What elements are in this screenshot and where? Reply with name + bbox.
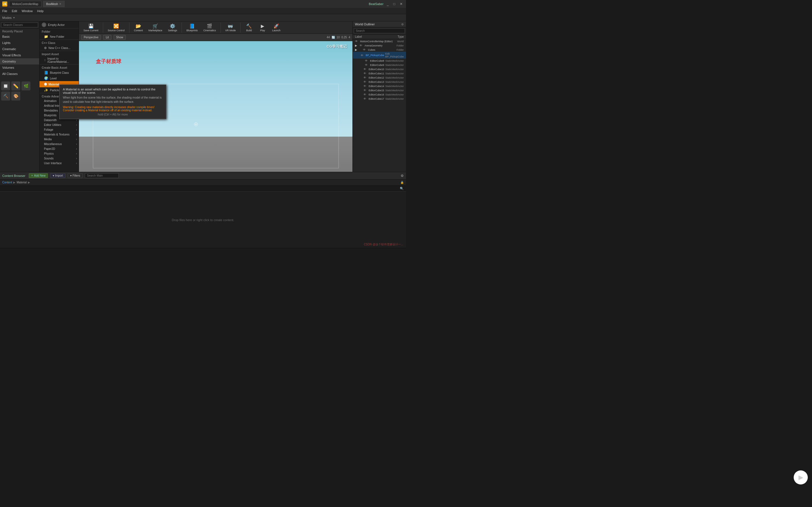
num-camera: 4 bbox=[349, 36, 350, 39]
outliner-cube15[interactable]: 👁 EditorCube15 StaticMeshActor bbox=[353, 88, 406, 93]
blueprint-class-item[interactable]: 📘 Blueprint Class bbox=[40, 70, 79, 75]
level-label: Level bbox=[50, 77, 57, 80]
close-tab-icon[interactable]: ✕ bbox=[59, 3, 61, 5]
vr-mode-button[interactable]: 🥽 VR Mode bbox=[223, 23, 238, 33]
bottom-panel-header: Content Browser + Add New ▾ Import ▾ Fil… bbox=[0, 172, 406, 179]
nav-all-classes[interactable]: All Classes bbox=[0, 71, 39, 77]
breadcrumb-sep: ▶ bbox=[13, 181, 15, 184]
class-empty-actor[interactable]: ○ Empty Actor bbox=[40, 21, 79, 28]
level-item[interactable]: 🌍 Level bbox=[40, 75, 79, 81]
editor-utils-item[interactable]: Editor Utilities › bbox=[40, 122, 79, 127]
nav-cinematic-label: Cinematic bbox=[2, 47, 16, 51]
import-button[interactable]: ▾ Import bbox=[50, 173, 65, 178]
cinematics-button[interactable]: 🎬 Cinematics bbox=[201, 23, 218, 33]
save-current-button[interactable]: 💾 Save Current bbox=[81, 23, 101, 33]
content-search-input[interactable] bbox=[85, 173, 119, 178]
nav-basic[interactable]: Basic bbox=[0, 34, 39, 40]
outliner-cube16[interactable]: 👁 EditorCube16 StaticMeshActor bbox=[353, 93, 406, 97]
mode-icon-5[interactable]: 🎨 bbox=[11, 92, 20, 101]
source-control-button[interactable]: 🔀 Source Control bbox=[105, 23, 127, 33]
content-filter-input[interactable] bbox=[2, 187, 400, 190]
outliner-bp-pickup[interactable]: 👁 BP_PickupCube Edit BP_PickupCube bbox=[353, 52, 406, 59]
filter-button[interactable]: ▾ Filters bbox=[68, 173, 83, 178]
menu-window[interactable]: Window bbox=[22, 9, 33, 13]
import-asset-item[interactable]: ↑ Import to /Game/Material... bbox=[40, 56, 79, 64]
content-lock-icon[interactable]: 🔒 bbox=[400, 181, 404, 184]
content-filter-search-icon[interactable]: 🔍 bbox=[400, 187, 404, 190]
eye-cube15: 👁 bbox=[363, 89, 366, 92]
media-item[interactable]: Media › bbox=[40, 137, 79, 142]
content-search bbox=[85, 173, 119, 178]
mode-icon-4[interactable]: ⛏️ bbox=[1, 92, 10, 101]
num-snaptrans: 0.25 bbox=[342, 36, 347, 39]
breadcrumb-content[interactable]: Content bbox=[2, 181, 12, 184]
outliner-search-input[interactable] bbox=[354, 29, 405, 33]
outliner-cube11[interactable]: 👁 EditorCube11 StaticMeshActor bbox=[353, 71, 406, 75]
new-folder-item[interactable]: 📁 New Folder bbox=[40, 34, 79, 40]
search-input-left[interactable] bbox=[1, 22, 38, 27]
content-drop-area[interactable]: Drop files here or right click to create… bbox=[0, 192, 406, 248]
maximize-button[interactable]: □ bbox=[392, 2, 396, 6]
outliner-cube13[interactable]: 👁 EditorCube13 StaticMeshActor bbox=[353, 80, 406, 84]
nav-visual-effects[interactable]: Visual Effects bbox=[0, 52, 39, 58]
menu-edit[interactable]: Edit bbox=[12, 9, 17, 13]
play-icon: ▶ bbox=[261, 23, 264, 29]
mat-textures-item[interactable]: Materials & Textures › bbox=[40, 132, 79, 137]
misc-item[interactable]: Miscellaneous › bbox=[40, 142, 79, 147]
build-button[interactable]: 🔨 Build bbox=[243, 23, 255, 33]
blueprints-button[interactable]: 📘 Blueprints bbox=[184, 23, 200, 33]
menu-help[interactable]: Help bbox=[37, 9, 44, 13]
mode-icon-3[interactable]: 🌿 bbox=[21, 81, 31, 91]
show-button[interactable]: Show bbox=[114, 35, 126, 40]
tab-boxmesh[interactable]: BoxMesh ✕ bbox=[43, 1, 64, 7]
eye-cube9: 👁 bbox=[365, 63, 368, 66]
tooltip-body: When light from the scene hits the surfa… bbox=[63, 96, 163, 104]
close-button[interactable]: ✕ bbox=[399, 2, 404, 6]
paper2d-item[interactable]: Paper2D › bbox=[40, 147, 79, 151]
menu-file[interactable]: File bbox=[2, 9, 7, 13]
launch-button[interactable]: 🚀 Launch bbox=[270, 23, 283, 33]
outliner-cube14[interactable]: 👁 EditorCube14 StaticMeshActor bbox=[353, 84, 406, 88]
perspective-button[interactable]: Perspective bbox=[81, 35, 101, 40]
new-cpp-class[interactable]: ⊕ New C++ Class... bbox=[40, 45, 79, 51]
nav-lights[interactable]: Lights bbox=[0, 40, 39, 46]
physics-item[interactable]: Physics › bbox=[40, 151, 79, 156]
mode-icon-2[interactable]: ✏️ bbox=[11, 81, 20, 91]
cube16-label: EditorCube16 bbox=[368, 93, 384, 96]
outliner-cube8[interactable]: 👁 EditorCube8 StaticMeshActor bbox=[353, 59, 406, 63]
outliner-cube9[interactable]: 👁 EditorCube9 StaticMeshActor bbox=[353, 63, 406, 67]
mode-icon-1[interactable]: 🔲 bbox=[1, 81, 10, 91]
content-button[interactable]: 📂 Content bbox=[132, 23, 145, 33]
modes-dropdown[interactable]: ▾ bbox=[13, 16, 15, 19]
nav-cinematic[interactable]: Cinematic bbox=[0, 46, 39, 52]
new-cpp-label: New C++ Class... bbox=[49, 47, 70, 50]
recently-placed-label: Recently Placed bbox=[0, 29, 39, 34]
cube9-type: StaticMeshActor bbox=[385, 64, 404, 66]
nav-volumes[interactable]: Volumes bbox=[0, 64, 39, 71]
play-label: Play bbox=[260, 29, 265, 32]
content-filter-bar: 🔍 bbox=[0, 186, 406, 192]
lit-button[interactable]: Lit bbox=[103, 35, 111, 40]
settings-button[interactable]: ⚙️ Settings bbox=[166, 23, 180, 33]
foliage-item[interactable]: Foliage › bbox=[40, 127, 79, 132]
marketplace-button[interactable]: 🛒 Marketplace bbox=[146, 23, 165, 33]
outliner-cube10[interactable]: 👁 EditorCube10 StaticMeshActor bbox=[353, 67, 406, 71]
tab-motioncmap[interactable]: MotionControllerMap bbox=[9, 1, 42, 7]
nav-geometry[interactable]: Geometry bbox=[0, 58, 39, 64]
outliner-options[interactable]: ⚙ bbox=[401, 23, 404, 26]
content-settings-icon[interactable]: ⚙ bbox=[401, 174, 404, 178]
sounds-item[interactable]: Sounds › bbox=[40, 156, 79, 161]
add-new-button[interactable]: + Add New bbox=[29, 173, 48, 178]
outliner-root[interactable]: 👁 MotionControllerMap (Editor) World bbox=[353, 39, 406, 43]
outliner-cubes[interactable]: ▶ 👁 Cubes Folder bbox=[353, 48, 406, 52]
cinematics-icon: 🎬 bbox=[207, 23, 212, 29]
minimize-button[interactable]: _ bbox=[386, 2, 390, 6]
user-interface-item[interactable]: User Interface › bbox=[40, 161, 79, 166]
cubes-label: Cubes bbox=[368, 48, 375, 51]
play-button[interactable]: ▶ Play bbox=[256, 23, 269, 33]
drop-message: Drop files here or right click to create… bbox=[172, 218, 234, 222]
outliner-arena-geometry[interactable]: ▶ 👁 ArenaGeometry Folder bbox=[353, 43, 406, 48]
outliner-cube12[interactable]: 👁 EditorCube12 StaticMeshActor bbox=[353, 75, 406, 80]
nav-basic-label: Basic bbox=[2, 35, 10, 38]
outliner-cube17[interactable]: 👁 EditorCube17 StaticMeshActor bbox=[353, 97, 406, 101]
